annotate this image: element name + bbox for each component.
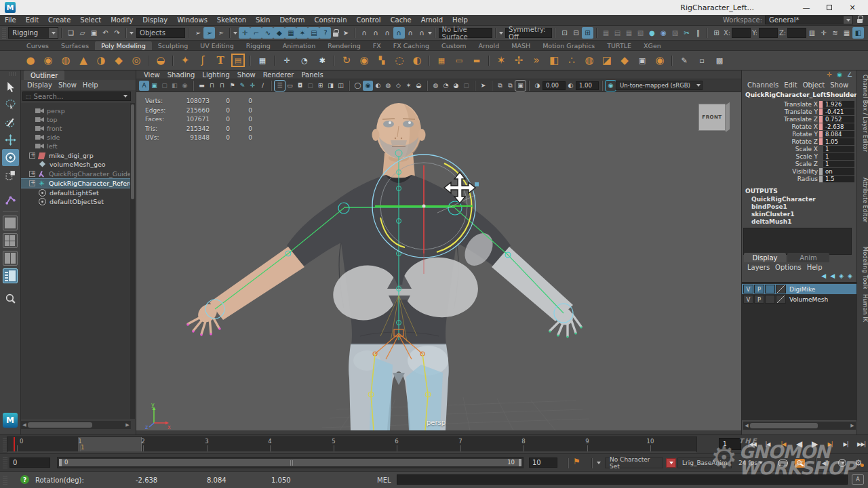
bridge-icon[interactable]: » (528, 52, 545, 69)
default-lighting-icon[interactable] (403, 81, 414, 91)
outliner-item-defaultlightset[interactable]: defaultLightSet (21, 188, 131, 197)
mask-joints-icon[interactable] (250, 27, 262, 39)
gamma-icon[interactable] (566, 81, 576, 91)
3d-view[interactable]: Verts:10807300 Edges:21566000 Faces:1076… (136, 92, 741, 430)
redo-icon[interactable] (111, 27, 123, 39)
command-line-label[interactable]: MEL (377, 476, 391, 484)
sweep-mesh-icon[interactable]: ▦ (254, 52, 271, 69)
all-lights-icon[interactable] (414, 81, 424, 91)
render-sequence-icon[interactable] (635, 27, 646, 39)
menu-skeleton[interactable]: Skeleton (212, 16, 251, 24)
isolate-view-icon[interactable] (495, 81, 505, 91)
spherize-icon[interactable]: ◉ (651, 52, 669, 69)
grid-pen-icon[interactable]: ▩ (711, 52, 728, 69)
range-slider[interactable]: 0 10 (57, 457, 524, 468)
animation-preferences-icon[interactable] (853, 458, 864, 468)
select-object-icon[interactable] (203, 27, 215, 39)
outliner-item-top[interactable]: top (21, 115, 131, 124)
attribute-value-field[interactable]: on (823, 168, 854, 175)
attribute-row[interactable]: Translate X1.926 (742, 100, 856, 108)
svg-tool-icon[interactable]: ▤ (231, 54, 245, 67)
material-icon[interactable] (305, 81, 315, 91)
current-frame-field[interactable]: 1 (719, 438, 741, 450)
range-grip[interactable] (3, 458, 7, 468)
open-scene-icon[interactable] (77, 27, 88, 39)
scroll-right-icon[interactable]: ▶ (124, 422, 131, 428)
playback-loop-icon[interactable] (778, 460, 788, 466)
channel-menu-object[interactable]: Object (803, 81, 825, 89)
layer-visibility-toggle[interactable]: V (743, 295, 753, 304)
go-to-start-button[interactable] (745, 437, 760, 451)
attribute-row[interactable]: Rotate X-2.638 (742, 123, 856, 130)
outliner-horizontal-scrollbar[interactable]: ◀ ▶ (21, 421, 131, 429)
menu-skin[interactable]: Skin (251, 16, 275, 24)
sidebar-tooloptions-icon[interactable] (818, 27, 829, 39)
light-shadows-icon[interactable] (315, 81, 326, 91)
attribute-row[interactable]: Scale X1 (742, 145, 856, 152)
layout-single-pane-button[interactable] (3, 216, 18, 230)
outliner-item-defaultobjectset[interactable]: defaultObjectSet (21, 197, 131, 206)
bottom-grip[interactable] (3, 475, 7, 485)
viewport-effects-icon[interactable] (461, 81, 471, 91)
shelf-tab-motion-graphics[interactable]: Motion Graphics (536, 41, 601, 50)
layer-from-selected-icon[interactable]: ◈ (848, 272, 852, 279)
light-editor-icon[interactable] (669, 27, 681, 39)
outliner-item-front[interactable]: front (21, 124, 131, 133)
poly-plane-icon[interactable]: ◆ (110, 52, 127, 69)
attribute-value-field[interactable]: 0.752 (823, 116, 854, 123)
hypershade-icon[interactable] (658, 27, 669, 39)
wireframe-icon[interactable] (275, 81, 285, 91)
output-deltamush1[interactable]: deltaMush1 (751, 218, 791, 225)
workspace-lock-icon[interactable] (857, 19, 863, 23)
plugin-shading-icon[interactable] (451, 81, 461, 91)
motion-blur-icon[interactable] (336, 81, 346, 91)
expand-toggle-icon[interactable] (29, 180, 35, 186)
textured-icon[interactable] (295, 81, 305, 91)
set-timecode-icon[interactable]: ◔ (296, 52, 313, 69)
objects-field[interactable]: Objects (136, 28, 185, 38)
outliner-item-quickrig-reference[interactable]: QuickRigCharacter_Reference (21, 179, 131, 188)
outliner-menu-show[interactable]: Show (58, 81, 77, 89)
attribute-row[interactable]: Radius1.5 (742, 175, 856, 182)
scroll-left-icon[interactable]: ◀ (743, 423, 750, 428)
layer-visibility-toggle[interactable]: V (743, 285, 753, 293)
animation-start-field[interactable]: 0 (9, 458, 50, 468)
viewport-menu-renderer[interactable]: Renderer (263, 71, 294, 79)
attribute-value-field[interactable]: 1 (823, 153, 854, 160)
sidebar-channelbox-icon[interactable] (829, 27, 841, 39)
attribute-row[interactable]: Visibilityon (742, 167, 856, 175)
anim-layer-button[interactable] (666, 458, 676, 468)
expand-toggle-icon[interactable] (29, 152, 35, 159)
play-backwards-button[interactable] (791, 437, 806, 451)
layer-playback-toggle[interactable]: P (754, 295, 764, 304)
attribute-value-field[interactable]: -2.638 (823, 123, 854, 130)
scroll-left-icon[interactable]: ◀ (21, 422, 28, 428)
step-back-key-button[interactable] (776, 437, 791, 451)
snap-caret[interactable] (428, 32, 432, 35)
connect-icon[interactable]: ▭ (450, 52, 468, 69)
poly-disc-icon[interactable]: ◎ (127, 52, 145, 69)
grease-pencil-icon[interactable] (237, 81, 248, 91)
menu-windows[interactable]: Windows (172, 16, 212, 24)
sculpt-icon[interactable]: ◍ (580, 52, 598, 69)
platonic-solid-icon[interactable]: ◒ (152, 52, 170, 69)
fill-hole-icon[interactable]: ◧ (545, 52, 563, 69)
range-start-handle[interactable] (59, 459, 62, 466)
booleans-icon[interactable]: ◌ (391, 52, 408, 69)
layer-menu-layers[interactable]: Layers (747, 264, 770, 271)
close-button[interactable]: ✕ (841, 0, 864, 15)
lasso-tool[interactable] (2, 96, 19, 113)
menu-display[interactable]: Display (138, 16, 172, 24)
2d-pan-zoom-icon[interactable] (170, 81, 180, 91)
symmetry-field[interactable]: Symmetry: Off (505, 28, 552, 38)
viewport-menu-show[interactable]: Show (237, 71, 256, 79)
isolate-select-icon[interactable] (441, 81, 451, 91)
edge-flow-icon[interactable]: ◆ (616, 52, 633, 69)
outliner-item-mike-digi-grp[interactable]: mike_digi_grp (21, 151, 131, 160)
tab-modeling-toolkit[interactable]: Modeling Toolkit (858, 247, 868, 289)
color-space-dropdown[interactable]: Un-tone-mapped (sRGB) (616, 81, 703, 90)
view-cube[interactable]: FRONT (698, 104, 726, 131)
outliner-search-input[interactable]: ⬚ Search... (22, 92, 131, 101)
empty-layer-icon[interactable]: ◈ (839, 272, 844, 279)
shelf-tab-arnold[interactable]: Arnold (473, 41, 506, 50)
